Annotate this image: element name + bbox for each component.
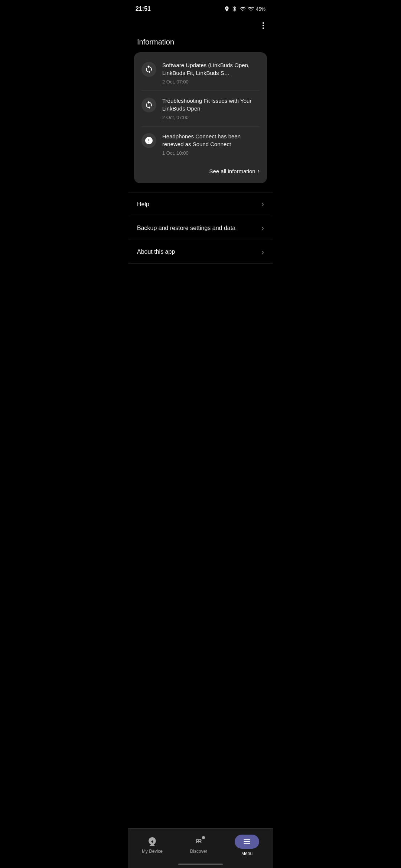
section-title: Information bbox=[128, 35, 273, 52]
info-title-1: Software Updates (LinkBuds Open, LinkBud… bbox=[162, 61, 260, 77]
backup-chevron-icon: › bbox=[261, 224, 264, 232]
battery-level: 45% bbox=[256, 6, 265, 12]
info-date-1: 2 Oct, 07:00 bbox=[162, 79, 260, 85]
dot3 bbox=[263, 27, 264, 29]
info-content-3: Headphones Connect has been renewed as S… bbox=[162, 132, 260, 156]
status-time: 21:51 bbox=[136, 6, 151, 12]
dot2 bbox=[263, 25, 264, 26]
info-content-1: Software Updates (LinkBuds Open, LinkBud… bbox=[162, 61, 260, 85]
alarm-icon bbox=[224, 6, 230, 12]
menu-section: Help › Backup and restore settings and d… bbox=[128, 192, 273, 264]
info-item-2[interactable]: Troubleshooting Fit Issues with Your Lin… bbox=[134, 91, 267, 126]
refresh-icon-1 bbox=[141, 62, 156, 77]
see-all-chevron-icon: › bbox=[258, 168, 260, 174]
see-all-label: See all information bbox=[209, 168, 255, 174]
help-menu-item[interactable]: Help › bbox=[128, 192, 273, 216]
alert-icon bbox=[141, 133, 156, 148]
overflow-menu-button[interactable] bbox=[260, 19, 267, 32]
backup-menu-item[interactable]: Backup and restore settings and data › bbox=[128, 216, 273, 240]
about-label: About this app bbox=[137, 249, 175, 255]
info-item-1[interactable]: Software Updates (LinkBuds Open, LinkBud… bbox=[134, 55, 267, 91]
bluetooth-icon bbox=[232, 6, 238, 12]
refresh-icon-2 bbox=[141, 98, 156, 112]
status-bar: 21:51 45% bbox=[128, 0, 273, 16]
information-card: Software Updates (LinkBuds Open, LinkBud… bbox=[134, 52, 267, 183]
wifi-icon bbox=[239, 6, 246, 12]
info-date-3: 1 Oct, 10:00 bbox=[162, 150, 260, 156]
info-title-3: Headphones Connect has been renewed as S… bbox=[162, 132, 260, 148]
top-menu-bar bbox=[128, 16, 273, 35]
signal-icon bbox=[248, 6, 254, 12]
about-menu-item[interactable]: About this app › bbox=[128, 240, 273, 264]
help-chevron-icon: › bbox=[261, 200, 264, 208]
backup-label: Backup and restore settings and data bbox=[137, 225, 235, 231]
see-all-row[interactable]: See all information › bbox=[134, 162, 267, 180]
dot1 bbox=[263, 22, 264, 24]
info-content-2: Troubleshooting Fit Issues with Your Lin… bbox=[162, 97, 260, 120]
status-icons: 45% bbox=[224, 6, 265, 12]
info-date-2: 2 Oct, 07:00 bbox=[162, 115, 260, 120]
info-item-3[interactable]: Headphones Connect has been renewed as S… bbox=[134, 126, 267, 162]
about-chevron-icon: › bbox=[261, 247, 264, 256]
help-label: Help bbox=[137, 201, 149, 208]
info-title-2: Troubleshooting Fit Issues with Your Lin… bbox=[162, 97, 260, 112]
